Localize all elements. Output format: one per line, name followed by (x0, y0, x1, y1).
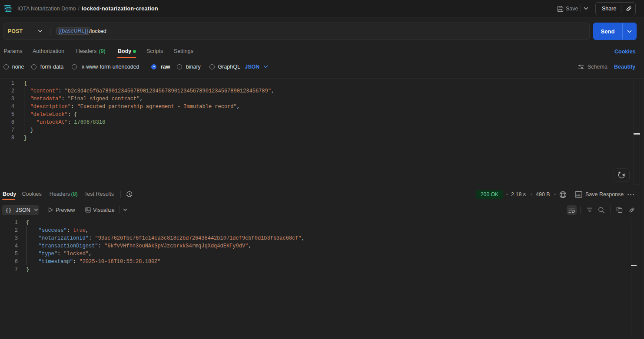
svg-text:e.g.: e.g. (576, 193, 581, 197)
svg-text:HTTP: HTTP (4, 7, 12, 11)
